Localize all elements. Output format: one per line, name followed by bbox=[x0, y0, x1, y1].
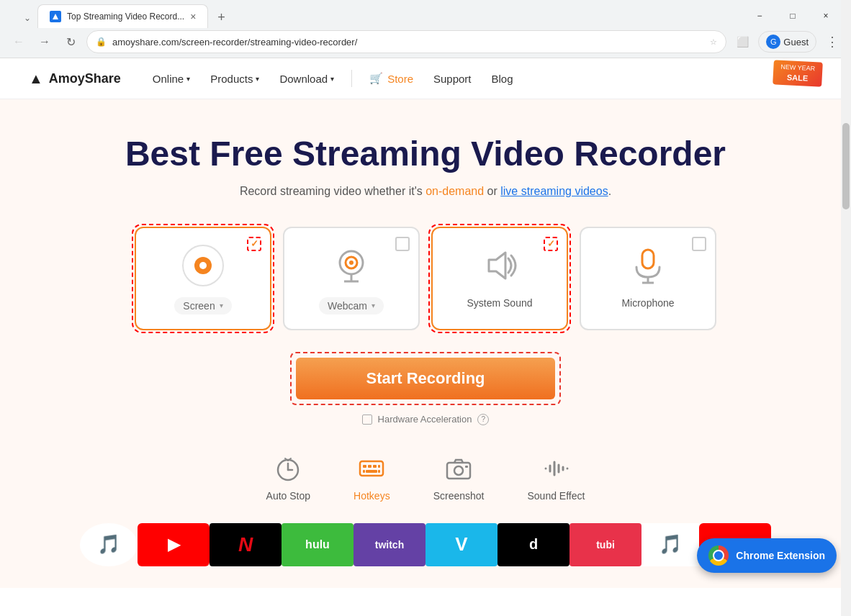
logo[interactable]: ▲ AmoyShare bbox=[29, 71, 121, 87]
chevron-down-icon: ▾ bbox=[256, 75, 259, 83]
back-button[interactable]: ← bbox=[9, 32, 29, 52]
system-sound-option-card[interactable]: System Sound bbox=[431, 227, 568, 330]
scrollbar-thumb[interactable] bbox=[842, 123, 850, 209]
screen-icon bbox=[180, 243, 226, 289]
logo-text: AmoyShare bbox=[49, 71, 121, 86]
menu-button[interactable]: ⋮ bbox=[822, 32, 842, 52]
platform-twitch: twitch bbox=[354, 523, 426, 566]
system-sound-label: System Sound bbox=[467, 297, 532, 309]
nav-products[interactable]: Products ▾ bbox=[202, 68, 268, 89]
nav-download[interactable]: Download ▾ bbox=[271, 68, 343, 89]
svg-point-29 bbox=[454, 466, 463, 475]
sound-effect-label: Sound Effect bbox=[527, 490, 585, 502]
auto-stop-label: Auto Stop bbox=[266, 490, 311, 502]
nav-separator bbox=[351, 70, 352, 87]
svg-point-5 bbox=[199, 262, 207, 269]
hardware-acceleration-row: Hardware Acceleration ? bbox=[362, 414, 490, 425]
platform-tubi: tubi bbox=[569, 523, 641, 566]
sidebar-toggle[interactable]: ⬜ bbox=[732, 32, 752, 52]
webcam-label[interactable]: Webcam ▾ bbox=[319, 297, 384, 314]
platform-spotify2: 🎵 bbox=[641, 523, 699, 566]
chevron-down-icon: ▾ bbox=[186, 75, 190, 83]
microphone-checkbox[interactable] bbox=[692, 237, 706, 251]
chevron-down-icon: ▾ bbox=[220, 302, 223, 309]
feature-auto-stop[interactable]: Auto Stop bbox=[266, 454, 311, 502]
new-tab-button[interactable]: + bbox=[211, 8, 231, 28]
lock-icon: 🔒 bbox=[96, 37, 107, 47]
platform-dailymotion: d bbox=[497, 523, 569, 566]
forward-button[interactable]: → bbox=[35, 32, 55, 52]
microphone-icon bbox=[625, 243, 671, 289]
svg-rect-27 bbox=[378, 470, 380, 473]
feature-screenshot[interactable]: Screenshot bbox=[433, 454, 485, 502]
screen-label[interactable]: Screen ▾ bbox=[174, 297, 231, 314]
features-row: Auto Stop Hotkeys bbox=[14, 454, 837, 502]
tab-close-button[interactable]: × bbox=[190, 11, 196, 22]
feature-hotkeys[interactable]: Hotkeys bbox=[354, 454, 390, 502]
svg-marker-11 bbox=[489, 253, 505, 278]
record-btn-wrapper: Start Recording bbox=[290, 352, 561, 405]
nav-store[interactable]: 🛒 Store bbox=[361, 68, 422, 89]
screen-checkbox[interactable] bbox=[247, 237, 261, 251]
maximize-button[interactable]: □ bbox=[776, 6, 809, 26]
chrome-extension-button[interactable]: Chrome Extension bbox=[697, 538, 837, 573]
minimize-button[interactable]: − bbox=[743, 6, 776, 26]
chevron-down-icon: ▾ bbox=[372, 302, 375, 309]
webcam-option-card[interactable]: Webcam ▾ bbox=[283, 227, 420, 330]
sound-icon bbox=[477, 243, 523, 289]
record-section: Start Recording Hardware Acceleration ? bbox=[14, 352, 837, 425]
platform-hulu: hulu bbox=[282, 523, 354, 566]
svg-rect-28 bbox=[447, 463, 470, 479]
hw-label: Hardware Acceleration bbox=[378, 414, 472, 425]
svg-rect-21 bbox=[363, 465, 366, 468]
hero-subtitle: Record streaming video whether it's on-d… bbox=[14, 185, 837, 198]
svg-rect-22 bbox=[368, 465, 372, 468]
clock-icon bbox=[274, 454, 302, 483]
chevron-down-icon: ▾ bbox=[330, 75, 334, 83]
bookmark-icon[interactable]: ☆ bbox=[710, 37, 717, 47]
screen-option-card[interactable]: Screen ▾ bbox=[135, 227, 271, 330]
nav-blog[interactable]: Blog bbox=[483, 68, 522, 89]
svg-rect-20 bbox=[360, 461, 383, 476]
platform-spotify: 🎵 bbox=[80, 523, 138, 566]
platform-netflix: N bbox=[210, 523, 282, 566]
feature-sound-effect[interactable]: Sound Effect bbox=[527, 454, 585, 502]
tab-favicon bbox=[50, 11, 61, 22]
scrollbar[interactable] bbox=[841, 0, 851, 588]
close-button[interactable]: × bbox=[809, 6, 842, 26]
help-icon[interactable]: ? bbox=[477, 414, 489, 425]
browser-titlebar: ⌄ Top Streaming Video Record... × + − □ … bbox=[0, 0, 851, 26]
hw-acceleration-checkbox[interactable] bbox=[362, 415, 372, 425]
address-bar[interactable]: 🔒 amoyshare.com/screen-recorder/streamin… bbox=[86, 30, 726, 53]
profile-avatar: G bbox=[766, 35, 780, 49]
reload-button[interactable]: ↻ bbox=[60, 32, 81, 52]
camera-icon bbox=[444, 454, 473, 483]
nav-support[interactable]: Support bbox=[425, 68, 480, 89]
svg-marker-0 bbox=[53, 14, 58, 19]
profile-button[interactable]: G Guest bbox=[758, 31, 816, 53]
microphone-option-card[interactable]: Microphone bbox=[580, 227, 716, 330]
svg-rect-26 bbox=[366, 470, 377, 473]
webcam-checkbox[interactable] bbox=[395, 237, 410, 251]
screenshot-label: Screenshot bbox=[433, 490, 485, 502]
site-nav: Online ▾ Products ▾ Download ▾ 🛒 Store S… bbox=[144, 68, 776, 89]
cart-icon: 🛒 bbox=[369, 72, 383, 85]
svg-rect-24 bbox=[378, 465, 380, 468]
keyboard-icon bbox=[357, 454, 386, 483]
recorder-options: Screen ▾ Webcam bbox=[14, 227, 837, 330]
logo-icon: ▲ bbox=[29, 71, 43, 87]
hero-title: Best Free Streaming Video Recorder bbox=[14, 135, 837, 173]
start-recording-button[interactable]: Start Recording bbox=[296, 358, 555, 399]
system-sound-checkbox[interactable] bbox=[544, 237, 558, 251]
platform-youtube: ▶ bbox=[138, 523, 210, 566]
svg-rect-12 bbox=[642, 250, 654, 268]
nav-online[interactable]: Online ▾ bbox=[144, 68, 199, 89]
svg-point-8 bbox=[349, 261, 354, 265]
browser-tab-active[interactable]: Top Streaming Video Record... × bbox=[37, 4, 208, 28]
platform-vimeo: V bbox=[426, 523, 497, 566]
tab-list-button[interactable]: ⌄ bbox=[17, 8, 37, 28]
soundwave-icon bbox=[541, 454, 570, 483]
page-content: ▲ AmoyShare Online ▾ Products ▾ Download… bbox=[0, 58, 851, 588]
svg-rect-23 bbox=[373, 465, 377, 468]
url-text: amoyshare.com/screen-recorder/streaming-… bbox=[112, 37, 704, 47]
